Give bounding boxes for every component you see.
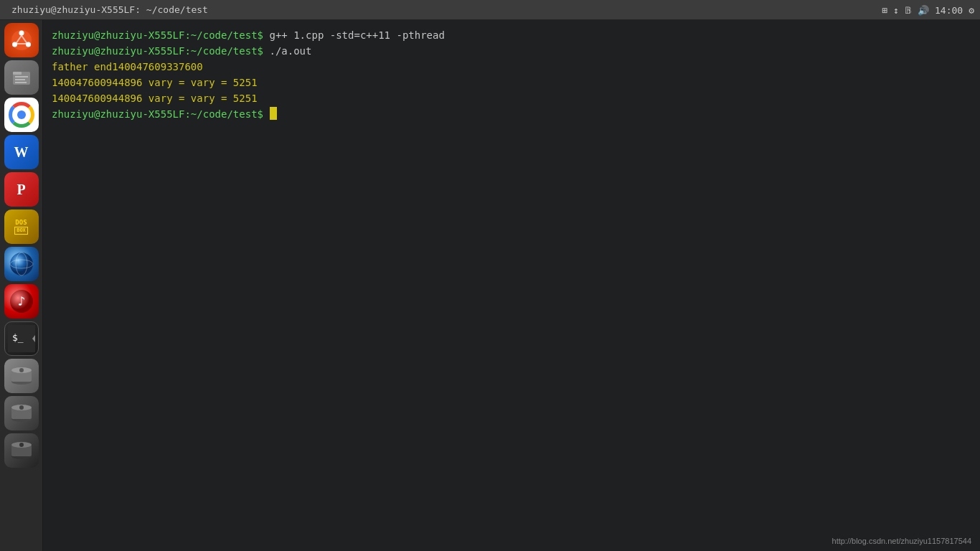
terminal-line-5: 140047600944896 vary = vary = 5251 [52,90,971,106]
arrows-icon: ↕ [893,5,899,16]
terminal-line-4: 140047600944896 vary = vary = 5251 [52,75,971,90]
dock: W P DOS BOX [0,20,43,551]
svg-rect-5 [13,72,22,75]
svg-rect-6 [15,76,28,77]
svg-point-20 [19,368,24,372]
command-1: g++ 1.cpp -std=c++11 -pthread [269,29,444,41]
terminal-line-6: zhuziyu@zhuziyu-X555LF:~/code/test$ [52,106,971,122]
grid-icon[interactable]: ⊞ [882,5,887,16]
dock-item-terminal[interactable]: $_ [4,321,39,356]
terminal-line-1: zhuziyu@zhuziyu-X555LF:~/code/test$ g++ … [52,27,971,43]
dock-item-wps-presentation[interactable]: P [4,172,39,207]
svg-rect-8 [15,82,27,83]
settings-icon[interactable]: ⚙ [969,5,974,16]
terminal-line-2: zhuziyu@zhuziyu-X555LF:~/code/test$ ./a.… [52,43,971,59]
terminal-line-3: father end140047609337600 [52,59,971,75]
dock-item-disk1[interactable] [4,359,39,393]
terminal-window[interactable]: zhuziyu@zhuziyu-X555LF:~/code/test$ g++ … [43,20,980,551]
prompt-2: zhuziyu@zhuziyu-X555LF:~/code/test$ [52,45,263,57]
titlebar: zhuziyu@zhuziyu-X555LF: ~/code/test [0,0,980,20]
svg-point-28 [19,443,24,447]
prompt-1: zhuziyu@zhuziyu-X555LF:~/code/test$ [52,29,263,41]
dock-item-disk3[interactable] [4,433,39,468]
svg-text:♪: ♪ [17,293,25,309]
output-vary-1: 140047600944896 vary = vary = 5251 [52,77,258,88]
prompt-3: zhuziyu@zhuziyu-X555LF:~/code/test$ [52,108,263,120]
svg-point-9 [10,253,33,276]
volume-icon[interactable]: 🔊 [918,5,929,16]
titlebar-title: zhuziyu@zhuziyu-X555LF: ~/code/test [11,4,208,15]
dock-item-sphere[interactable] [4,247,39,281]
terminal-cursor [270,107,277,120]
dock-item-disk2[interactable] [4,396,39,430]
system-tray: ⊞ ↕ 𝔹 🔊 14:00 ⚙ [876,0,980,20]
dock-item-music[interactable]: ♪ [4,284,39,319]
dock-item-dosbox[interactable]: DOS BOX [4,209,39,244]
dock-item-ubuntu[interactable] [4,23,39,57]
svg-rect-7 [15,79,25,80]
dock-item-wps-writer[interactable]: W [4,135,39,169]
dock-item-files[interactable] [4,60,39,95]
output-vary-2: 140047600944896 vary = vary = 5251 [52,93,258,104]
output-father: father end140047609337600 [52,61,203,72]
svg-text:$_: $_ [12,332,24,343]
clock: 14:00 [935,5,963,16]
dock-item-chrome[interactable] [4,98,39,132]
svg-point-1 [19,31,24,36]
watermark: http://blog.csdn.net/zhuziyu1157817544 [832,537,971,545]
bluetooth-icon[interactable]: 𝔹 [905,5,912,16]
command-2: ./a.out [269,45,311,57]
svg-point-24 [19,405,24,410]
